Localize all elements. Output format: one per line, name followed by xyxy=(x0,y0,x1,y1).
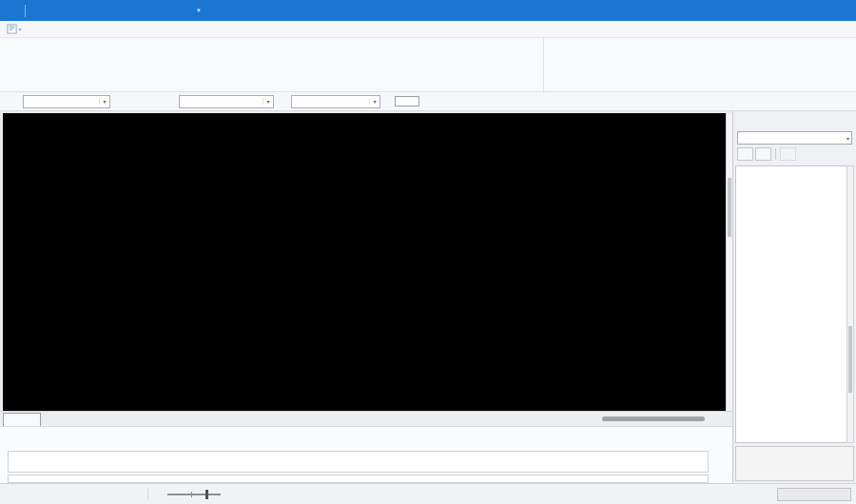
save-as-icon[interactable] xyxy=(87,4,100,17)
menu-bar: ▾ xyxy=(0,21,856,38)
zoom-slider-track[interactable] xyxy=(167,494,221,495)
property-description-box xyxy=(735,446,854,481)
viewport-horizontal-scrollbar[interactable] xyxy=(602,417,705,421)
linetype-select[interactable]: ▾ xyxy=(179,95,274,108)
zoom-slider-thumb[interactable] xyxy=(205,490,208,499)
chevron-down-icon: ▾ xyxy=(369,98,379,105)
ribbon-items xyxy=(0,38,543,40)
command-panel xyxy=(0,426,732,483)
layer-select[interactable]: ▾ xyxy=(23,95,110,108)
zoom-slider[interactable] xyxy=(164,494,224,495)
viewport-vertical-scrollbar[interactable] xyxy=(726,113,732,411)
app-logo-icon xyxy=(5,4,18,17)
undo-icon[interactable] xyxy=(141,4,154,17)
no-brush-icon[interactable] xyxy=(151,95,165,108)
properties-panel: ▾ xyxy=(732,111,856,483)
title-bar: ▾ xyxy=(0,0,856,21)
application-menu-icon[interactable]: ▾ xyxy=(0,24,29,34)
document-combo[interactable]: ▾ xyxy=(737,131,852,145)
categorized-view-icon[interactable] xyxy=(737,147,753,161)
minimize-button[interactable] xyxy=(773,0,801,21)
quick-access-toolbar: ▾ xyxy=(0,4,201,17)
pin-icon[interactable] xyxy=(841,116,850,126)
toolbar-separator xyxy=(775,148,776,160)
layer-zero-icon[interactable] xyxy=(133,95,146,108)
viewport-area xyxy=(0,111,732,426)
toolbar-overflow-caret[interactable]: ▾ xyxy=(197,7,201,14)
chevron-down-icon: ▾ xyxy=(845,135,851,142)
property-list-scrollbar[interactable] xyxy=(846,165,854,443)
viewport-3d-canvas[interactable] xyxy=(3,113,726,411)
sort-az-icon[interactable] xyxy=(755,147,771,161)
property-pages-icon[interactable] xyxy=(780,147,796,161)
property-list xyxy=(735,165,847,443)
tab-model[interactable] xyxy=(3,413,41,427)
open-folder-icon[interactable] xyxy=(50,4,64,17)
properties-toolbar xyxy=(733,145,856,163)
status-bar xyxy=(0,483,856,504)
lineweight-select[interactable]: ▾ xyxy=(291,95,380,108)
print-icon[interactable] xyxy=(105,4,118,17)
color-grid-icon[interactable] xyxy=(424,95,438,108)
command-input[interactable] xyxy=(8,475,709,483)
save-icon[interactable] xyxy=(68,4,82,17)
progress-bar xyxy=(777,488,851,501)
layer-toolbar: ▾ ▾ ▾ xyxy=(0,92,856,111)
print-preview-icon[interactable] xyxy=(123,4,136,17)
new-doc-icon[interactable] xyxy=(32,4,46,17)
paint-drop-icon[interactable] xyxy=(115,95,128,108)
redo-icon[interactable] xyxy=(159,4,172,17)
maximize-button[interactable] xyxy=(801,0,828,21)
ribbon-group-formato xyxy=(0,38,544,91)
command-history xyxy=(8,451,709,473)
chevron-down-icon: ▾ xyxy=(263,98,273,105)
pin-icon[interactable] xyxy=(708,433,717,443)
statusbar-separator xyxy=(147,488,148,500)
close-button[interactable] xyxy=(828,0,856,21)
layout-tab-bar xyxy=(0,411,732,426)
layers-icon[interactable] xyxy=(5,95,18,108)
toolbar-separator xyxy=(25,5,26,17)
transfer-icon[interactable] xyxy=(177,4,190,17)
chevron-down-icon: ▾ xyxy=(99,98,109,105)
pen-color-swatch[interactable] xyxy=(395,96,419,107)
ribbon xyxy=(0,38,856,92)
